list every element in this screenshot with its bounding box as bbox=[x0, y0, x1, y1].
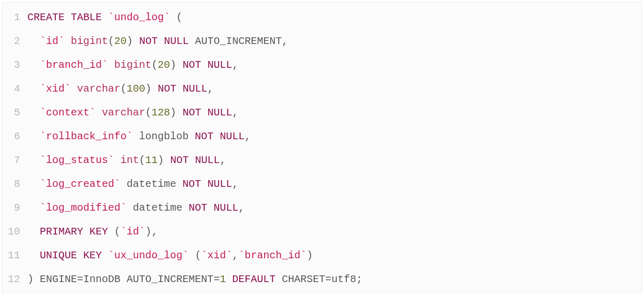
line-number: 1 bbox=[3, 6, 27, 30]
token-kw: NULL bbox=[220, 130, 244, 142]
token-pun: ) bbox=[170, 59, 176, 71]
token-kw: KEY bbox=[89, 226, 108, 238]
line-number: 5 bbox=[3, 101, 27, 125]
token-eq: = bbox=[325, 273, 331, 285]
token-eq: = bbox=[213, 273, 220, 285]
code-content: `log_status` int(11) NOT NULL, bbox=[27, 149, 226, 172]
token-pun: ( bbox=[139, 154, 145, 166]
token-kw: NOT bbox=[158, 83, 176, 95]
token-type: varchar bbox=[102, 107, 145, 119]
token-pun: ( bbox=[120, 83, 127, 95]
line-number: 6 bbox=[3, 125, 27, 149]
token-pun: ( bbox=[176, 11, 182, 23]
token-id: longblob bbox=[139, 130, 189, 142]
line-number: 7 bbox=[3, 149, 27, 172]
token-kw: PRIMARY bbox=[40, 226, 83, 238]
code-content: `log_created` datetime NOT NULL, bbox=[27, 172, 238, 196]
token-eq: = bbox=[77, 273, 83, 285]
token-pun: ) bbox=[170, 107, 176, 119]
token-pun: , bbox=[232, 249, 238, 261]
token-pun: , bbox=[232, 178, 238, 190]
token-pun: ) bbox=[27, 273, 34, 285]
token-pun: ) bbox=[306, 249, 313, 261]
token-kw: NULL bbox=[207, 107, 232, 119]
code-line: 1CREATE TABLE `undo_log` ( bbox=[3, 6, 641, 30]
code-content: PRIMARY KEY (`id`), bbox=[27, 220, 158, 244]
token-str: `ux_undo_log` bbox=[108, 249, 189, 261]
token-num: 11 bbox=[145, 154, 158, 166]
code-block: 1CREATE TABLE `undo_log` (2 `id` bigint(… bbox=[2, 2, 642, 294]
token-str: `rollback_info` bbox=[40, 130, 133, 142]
code-content: `context` varchar(128) NOT NULL, bbox=[27, 101, 238, 125]
token-num: 20 bbox=[114, 35, 127, 47]
line-number: 10 bbox=[3, 220, 27, 244]
token-str: `log_created` bbox=[40, 178, 120, 190]
token-kw: DEFAULT bbox=[232, 273, 275, 285]
token-str: `id` bbox=[40, 35, 65, 47]
code-line: 8 `log_created` datetime NOT NULL, bbox=[3, 172, 641, 196]
token-pun: , bbox=[207, 83, 213, 95]
token-kw: NOT bbox=[189, 202, 207, 214]
code-content: `log_modified` datetime NOT NULL, bbox=[27, 196, 244, 220]
token-kw: NOT bbox=[170, 154, 189, 166]
token-id: AUTO_INCREMENT bbox=[127, 273, 213, 285]
token-pun: , bbox=[232, 107, 238, 119]
token-id: AUTO_INCREMENT bbox=[195, 35, 282, 47]
token-kw: NULL bbox=[207, 178, 232, 190]
token-str: `context` bbox=[40, 107, 96, 119]
code-content: ) ENGINE=InnoDB AUTO_INCREMENT=1 DEFAULT… bbox=[27, 268, 362, 291]
code-line: 7 `log_status` int(11) NOT NULL, bbox=[3, 149, 641, 172]
token-num: 128 bbox=[151, 107, 170, 119]
token-pun: ) bbox=[127, 35, 133, 47]
token-kw: NULL bbox=[182, 83, 207, 95]
token-kw: NOT bbox=[182, 59, 201, 71]
token-kw: NULL bbox=[207, 59, 232, 71]
token-pun: ( bbox=[145, 107, 151, 119]
token-str: `undo_log` bbox=[108, 11, 170, 23]
line-number: 3 bbox=[3, 53, 27, 77]
token-kw: UNIQUE bbox=[40, 249, 77, 261]
token-kw: NOT bbox=[182, 107, 201, 119]
token-type: int bbox=[120, 154, 139, 166]
token-kw: NULL bbox=[164, 35, 189, 47]
token-kw: NOT bbox=[182, 178, 201, 190]
token-type: varchar bbox=[77, 83, 120, 95]
token-pun: ( bbox=[108, 35, 114, 47]
token-type: bigint bbox=[71, 35, 108, 47]
code-content: `rollback_info` longblob NOT NULL, bbox=[27, 125, 251, 149]
token-pun: ; bbox=[356, 273, 362, 285]
code-content: `id` bigint(20) NOT NULL AUTO_INCREMENT, bbox=[27, 30, 288, 53]
token-pun: , bbox=[151, 226, 158, 238]
token-num: 20 bbox=[158, 59, 170, 71]
token-str: `log_modified` bbox=[40, 202, 127, 214]
token-pun: ( bbox=[151, 59, 158, 71]
token-type: bigint bbox=[114, 59, 151, 71]
token-kw: CREATE bbox=[27, 11, 65, 23]
token-id: utf8 bbox=[331, 273, 356, 285]
token-pun: , bbox=[238, 202, 244, 214]
line-number: 11 bbox=[3, 244, 27, 268]
code-line: 11 UNIQUE KEY `ux_undo_log` (`xid`,`bran… bbox=[3, 244, 641, 268]
token-pun: ( bbox=[114, 226, 120, 238]
token-pun: ( bbox=[195, 249, 201, 261]
line-number: 4 bbox=[3, 77, 27, 101]
token-kw: NULL bbox=[195, 154, 220, 166]
token-str: `log_status` bbox=[40, 154, 114, 166]
code-line: 5 `context` varchar(128) NOT NULL, bbox=[3, 101, 641, 125]
token-pun: , bbox=[232, 59, 238, 71]
token-id: ENGINE bbox=[40, 273, 77, 285]
code-line: 12) ENGINE=InnoDB AUTO_INCREMENT=1 DEFAU… bbox=[3, 268, 641, 291]
token-kw: KEY bbox=[83, 249, 102, 261]
token-kw: TABLE bbox=[71, 11, 102, 23]
code-line: 9 `log_modified` datetime NOT NULL, bbox=[3, 196, 641, 220]
token-str: `id` bbox=[120, 226, 145, 238]
token-pun: , bbox=[244, 130, 251, 142]
token-id: datetime bbox=[127, 178, 176, 190]
line-number: 2 bbox=[3, 30, 27, 53]
code-content: UNIQUE KEY `ux_undo_log` (`xid`,`branch_… bbox=[27, 244, 313, 268]
token-num: 100 bbox=[127, 83, 145, 95]
token-id: InnoDB bbox=[83, 273, 120, 285]
code-line: 3 `branch_id` bigint(20) NOT NULL, bbox=[3, 53, 641, 77]
code-line: 4 `xid` varchar(100) NOT NULL, bbox=[3, 77, 641, 101]
line-number: 12 bbox=[3, 268, 27, 291]
